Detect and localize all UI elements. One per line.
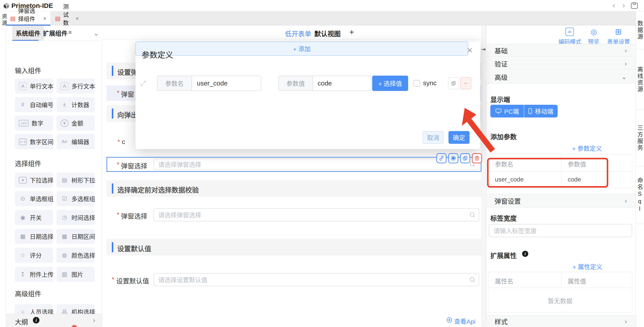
link-icon	[438, 156, 444, 161]
section-accent	[112, 66, 113, 76]
palette-card-amount[interactable]: ¥金额	[56, 116, 95, 130]
palette-card-rating[interactable]: ☆评分	[15, 248, 53, 263]
number-icon: 123	[19, 120, 28, 126]
outline-info-icon: i	[33, 317, 40, 324]
attrs-empty-state: 暂无数据	[548, 296, 572, 305]
palette-card-editor[interactable]: A≡编辑器	[56, 134, 95, 149]
tab-test-data[interactable]: ▤ 测试数据 ×	[51, 12, 83, 26]
drag-handle-icon[interactable]: ⤢	[140, 79, 146, 88]
palette-card-switch[interactable]: ◉开关	[15, 210, 53, 225]
section-accent	[112, 184, 113, 194]
palette-tab-extend[interactable]: 扩展组件	[40, 26, 71, 41]
tab-close-icon[interactable]: ×	[43, 15, 46, 22]
preview-icon[interactable]: ◎	[590, 28, 598, 36]
nav-forward-button[interactable]: ›	[622, 1, 625, 10]
default-value-input[interactable]: 请选择设置默认值	[154, 273, 479, 286]
palette-card-number[interactable]: 123数字	[15, 116, 53, 130]
canvas-section-default-value: 设置默认值	[106, 239, 481, 256]
number-range-icon: 1~3	[19, 138, 27, 145]
palette-card-number-range[interactable]: 1~3数字区间	[15, 134, 53, 149]
chevron-down-icon: ⌄	[622, 73, 627, 81]
accordion-validate[interactable]: 验证›	[486, 57, 636, 70]
param-value-group: 参数值 code	[278, 76, 371, 91]
palette-card-image[interactable]: ▨图片	[56, 267, 95, 282]
palette-card-color-picker[interactable]: ◍颜色选择	[56, 248, 95, 263]
param-define-dialog: 参数定义 × ⤢ 参数名 user_code 参数值 code + 选择值 sy…	[136, 42, 480, 149]
palette-card-date-picker[interactable]: ▦日期选择	[15, 229, 53, 244]
param-value-input[interactable]: code	[313, 76, 371, 90]
sync-checkbox[interactable]	[414, 80, 420, 86]
palette-card-checkbox-group[interactable]: ☑多选框组	[56, 191, 95, 206]
section-accent	[112, 108, 113, 118]
palette-collapse-icon[interactable]: ⌄	[94, 29, 99, 37]
palette-card-tree-dropdown[interactable]: ▤树形下拉	[56, 172, 95, 188]
accordion-style[interactable]: 样式›	[486, 315, 636, 327]
attr-name-col-header: 属性名	[495, 276, 513, 285]
select-value-button[interactable]: + 选择值	[372, 76, 408, 91]
tab-close-icon[interactable]: ×	[76, 15, 79, 22]
rail-item-offline-resources[interactable]: 离线资源	[636, 49, 644, 110]
palette-menu-icon[interactable]: ≡	[68, 29, 72, 36]
param-name-addon: 参数名	[158, 76, 192, 90]
palette-card-auto-number[interactable]: #自动编号	[15, 97, 53, 112]
popup-select-input[interactable]: 请选择弹窗选择	[154, 159, 479, 170]
accordion-popup-settings[interactable]: 弹窗设置›	[486, 194, 636, 208]
palette-tab-system[interactable]: 系统组件	[12, 26, 44, 41]
nav-back-button[interactable]: ‹	[613, 1, 615, 10]
display-mobile-button[interactable]: 移动端	[524, 105, 558, 118]
palette-card-attachment-upload[interactable]: ↥附件上传	[15, 267, 53, 282]
code-mode-icon[interactable]: ‹/›	[566, 28, 574, 36]
label-width-input[interactable]: 请输入标签宽度	[489, 224, 632, 237]
accordion-basic[interactable]: 基础›	[486, 44, 636, 57]
view-tab-default-view[interactable]: 默认视图	[314, 28, 341, 38]
sync-label: sync	[423, 79, 437, 87]
view-tab-lowcode-form[interactable]: 低开表单	[285, 28, 311, 38]
amount-icon: ¥	[60, 120, 68, 127]
row-copy-button[interactable]	[448, 77, 459, 90]
dialog-close-icon[interactable]: ×	[467, 45, 472, 56]
chevron-right-icon: ›	[625, 318, 627, 325]
date-range-icon: ▦	[60, 232, 68, 240]
outline-expand-icon[interactable]: ›	[93, 316, 95, 324]
default-value-label: 设置默认值	[116, 276, 149, 285]
form-settings-icon[interactable]: ⊞	[614, 28, 622, 36]
cancel-button[interactable]: 取消	[422, 131, 444, 144]
top-bar	[0, 0, 644, 12]
time-picker-icon: ◷	[60, 214, 68, 222]
save-icon[interactable]	[631, 2, 638, 9]
palette-card-multi-text[interactable]: A多行文本	[56, 78, 95, 94]
rail-item-named-sql[interactable]: 命名Sql	[636, 166, 644, 224]
row-remove-button[interactable]: −	[460, 77, 471, 90]
radio-group-icon: ⊙	[19, 195, 27, 203]
left-rail	[0, 12, 6, 327]
param-define-link[interactable]: + 参数定义	[572, 144, 602, 152]
palette-card-date-range[interactable]: ▦日期区间	[56, 229, 95, 244]
popup-select-input-2[interactable]: 请选择弹窗选择	[154, 208, 479, 221]
checkbox-group-icon: ☑	[60, 195, 68, 203]
chevron-right-icon: ›	[625, 197, 627, 204]
param-name-input[interactable]: user_code	[192, 76, 261, 90]
switch-icon: ◉	[19, 214, 27, 222]
palette-card-single-text[interactable]: A单行文本	[15, 78, 53, 94]
add-param-row-button[interactable]: + 添加	[136, 42, 468, 56]
attr-define-link[interactable]: + 属性定义	[572, 262, 602, 271]
palette-card-dropdown[interactable]: ▾下拉选择	[15, 172, 53, 188]
view-api-link[interactable]: 查看Api	[454, 317, 475, 326]
accordion-advanced[interactable]: 高级⌄	[486, 70, 636, 84]
upload-icon: ↥	[19, 270, 27, 278]
palette-card-radio-group[interactable]: ⊙单选框组	[15, 191, 53, 206]
field-link-button[interactable]	[436, 153, 446, 163]
palette-card-counter[interactable]: ±计数器	[56, 97, 95, 112]
panel-collapse-icon[interactable]: ⇥	[481, 46, 486, 53]
section-select-components: 选择组件	[15, 158, 41, 168]
rail-item-thirdparty-services[interactable]: 三方服务	[636, 110, 644, 166]
attr-value-col-header: 属性值	[568, 276, 586, 285]
counter-icon: ±	[60, 101, 68, 109]
ext-props-info-icon: i	[522, 251, 528, 257]
section-accent	[112, 242, 113, 252]
tab-popup-select-example[interactable]: ▤ 弹窗选择组件示例* ×	[6, 12, 50, 26]
rail-item-datasource[interactable]: 数据源	[636, 12, 644, 49]
view-tab-add-button[interactable]: +	[350, 28, 354, 37]
palette-card-time-picker[interactable]: ◷时间选择	[56, 210, 95, 225]
ext-props-title: 扩展属性	[490, 250, 517, 260]
